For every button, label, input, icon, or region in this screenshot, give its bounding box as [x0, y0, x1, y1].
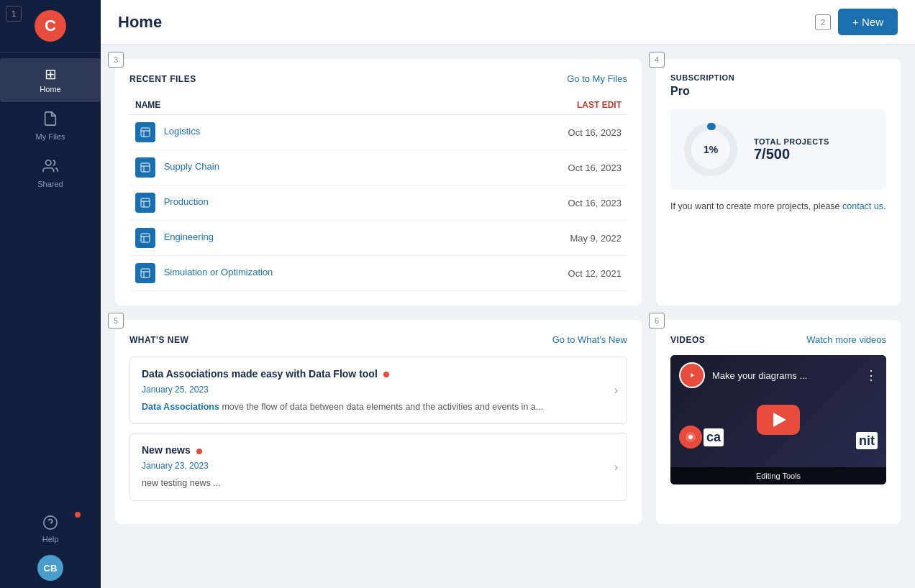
news-item-2[interactable]: New news January 23, 2023 › new testing …: [129, 433, 627, 500]
file-icon: [135, 228, 155, 248]
brand-logo-circle: [679, 426, 702, 449]
sidebar-nav: ⊞ Home My Files Shared: [0, 58, 101, 509]
file-name[interactable]: Logistics: [164, 126, 201, 137]
home-icon: ⊞: [45, 67, 57, 81]
play-button[interactable]: [757, 405, 800, 435]
sidebar-item-shared[interactable]: Shared: [0, 150, 101, 197]
table-row[interactable]: Logistics Oct 16, 2023: [129, 115, 627, 150]
files-table: NAME LAST EDIT Logistics Oct 16, 2023: [129, 96, 627, 291]
step-badge-2: 2: [815, 14, 831, 30]
total-projects-label: TOTAL PROJECTS: [754, 137, 829, 146]
projects-count: 7/500: [754, 146, 829, 162]
table-row[interactable]: Supply Chain Oct 16, 2023: [129, 150, 627, 185]
recent-files-header: RECENT FILES Go to My Files: [129, 73, 627, 84]
news-chevron-2: ›: [614, 461, 618, 474]
step-badge-6: 6: [649, 313, 665, 329]
step-badge-1: 1: [6, 6, 22, 22]
donut-percent-label: 1%: [682, 121, 739, 178]
file-date: Oct 16, 2023: [476, 185, 627, 221]
whats-new-title: WHAT'S NEW: [129, 335, 188, 345]
video-top-bar: Make your diagrams ... ⋮: [670, 355, 886, 395]
step-badge-5: 5: [108, 313, 124, 329]
file-date: Oct 16, 2023: [476, 115, 627, 150]
subscription-note: If you want to create more projects, ple…: [670, 200, 886, 213]
file-date: Oct 12, 2021: [476, 256, 627, 291]
content-area: 3 RECENT FILES Go to My Files NAME LAST …: [101, 45, 915, 588]
news-chevron-1: ›: [614, 384, 618, 397]
col-name: NAME: [129, 96, 476, 115]
sidebar-item-home[interactable]: ⊞ Home: [0, 58, 101, 102]
play-triangle: [773, 413, 786, 427]
svg-rect-9: [141, 198, 150, 207]
contact-us-link[interactable]: contact us: [842, 201, 883, 211]
whats-new-header: WHAT'S NEW Go to What's New: [129, 334, 627, 345]
projects-info: TOTAL PROJECTS 7/500: [754, 137, 829, 162]
videos-title: VIDEOS: [670, 335, 705, 345]
go-to-whats-new-link[interactable]: Go to What's New: [552, 334, 627, 345]
svg-rect-12: [141, 234, 150, 242]
file-icon: [135, 157, 155, 178]
step-badge-3: 3: [108, 52, 124, 68]
myfiles-icon: [42, 111, 58, 129]
file-icon: [135, 122, 155, 142]
sidebar-item-home-label: Home: [40, 85, 60, 93]
brand-text-left: ca: [704, 428, 724, 446]
news-item-2-body: new testing news ...: [142, 477, 615, 490]
file-icon: [135, 193, 155, 213]
subscription-plan: Pro: [670, 85, 886, 98]
help-item[interactable]: Help: [0, 509, 101, 549]
sidebar: 1 C ⊞ Home My Files: [0, 0, 101, 588]
file-name[interactable]: Production: [164, 196, 209, 207]
channel-name: Make your diagrams ...: [712, 370, 857, 381]
videos-card: 6 VIDEOS Watch more videos: [656, 320, 901, 524]
video-thumbnail[interactable]: Make your diagrams ... ⋮ ca: [670, 355, 886, 484]
file-date: Oct 16, 2023: [476, 150, 627, 185]
news-dot-1: [383, 372, 389, 377]
watch-more-videos-link[interactable]: Watch more videos: [806, 334, 886, 345]
subscription-section-title: SUBSCRIPTION: [670, 73, 886, 82]
news-item-2-date: January 23, 2023: [142, 461, 217, 471]
news-item-2-title: New news: [142, 444, 217, 458]
recent-files-title: RECENT FILES: [129, 74, 196, 84]
main-area: Home 2 + New 3 RECENT FILES Go to My Fil…: [101, 0, 915, 588]
user-avatar[interactable]: CB: [37, 555, 63, 581]
news-item-1-date: January 25, 2023: [142, 385, 404, 395]
new-button[interactable]: + New: [838, 9, 898, 35]
news-item-1[interactable]: Data Associations made easy with Data Fl…: [129, 357, 627, 424]
subscription-visual: 1% TOTAL PROJECTS 7/500: [670, 109, 886, 190]
file-name[interactable]: Supply Chain: [164, 161, 219, 172]
file-name[interactable]: Engineering: [164, 231, 214, 242]
page-title: Home: [118, 13, 162, 32]
table-row[interactable]: Engineering May 9, 2022: [129, 221, 627, 256]
videos-header: VIDEOS Watch more videos: [670, 334, 886, 345]
whats-new-card: 5 WHAT'S NEW Go to What's New Data Assoc…: [115, 320, 642, 524]
page-header: Home 2 + New: [101, 0, 915, 45]
brand-text-right: nit: [856, 432, 878, 449]
file-name[interactable]: Simulation or Optimization: [164, 267, 273, 277]
go-to-my-files-link[interactable]: Go to My Files: [567, 73, 627, 84]
news-dot-2: [196, 449, 202, 454]
col-last-edit: LAST EDIT: [476, 96, 627, 115]
file-date: May 9, 2022: [476, 221, 627, 256]
help-icon: [42, 515, 58, 532]
video-menu-icon[interactable]: ⋮: [865, 367, 878, 383]
svg-rect-6: [141, 163, 150, 172]
subscription-card: 4 SUBSCRIPTION Pro 1% TOTAL PROJECTS 7/5…: [656, 59, 901, 306]
news-item-2-header: New news January 23, 2023 ›: [142, 444, 615, 477]
brand-right: nit: [856, 433, 878, 449]
shared-icon: [42, 158, 58, 176]
table-row[interactable]: Production Oct 16, 2023: [129, 185, 627, 221]
sidebar-item-myfiles[interactable]: My Files: [0, 102, 101, 150]
news-item-1-title: Data Associations made easy with Data Fl…: [142, 367, 404, 382]
video-subtitle: Editing Tools: [670, 467, 886, 484]
news-item-1-header: Data Associations made easy with Data Fl…: [142, 367, 615, 400]
donut-chart: 1%: [682, 121, 739, 178]
sidebar-item-myfiles-label: My Files: [36, 132, 65, 141]
channel-logo-inner: [680, 364, 704, 387]
table-row[interactable]: Simulation or Optimization Oct 12, 2021: [129, 256, 627, 291]
svg-rect-3: [141, 128, 150, 137]
step-badge-4: 4: [649, 52, 665, 68]
header-actions: 2 + New: [815, 9, 898, 35]
channel-logo: [679, 362, 705, 388]
logo-circle: C: [35, 10, 66, 42]
